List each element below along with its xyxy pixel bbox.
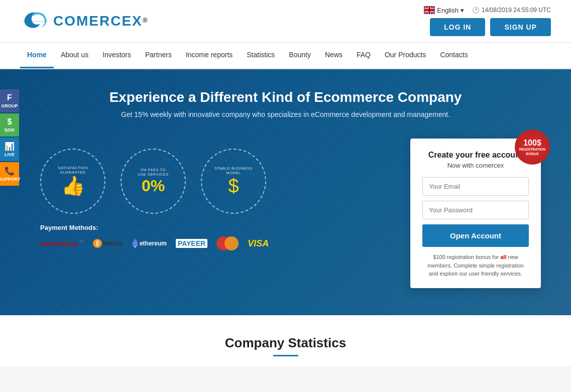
datetime-text: 14/08/2019 24:55:09 UTC (482, 7, 551, 14)
language-label: English (437, 7, 459, 14)
ethereum-icon (132, 238, 138, 248)
facebook-label: GROUP (2, 103, 18, 108)
reg-form-subtitle: Now with comercex (422, 162, 529, 169)
hero-left-content: SATISFACTIONGUARANTEE 👍 0% FEES TOUSE SE… (40, 139, 410, 250)
bonus-sublabel: BONUS (526, 152, 538, 156)
stats-underline (273, 355, 298, 356)
registration-note: $100 registration bonus for all new memb… (422, 253, 529, 278)
dollar-button[interactable]: $ $200 (0, 113, 19, 137)
hero-content: Experience a Different Kind of Ecommerce… (109, 69, 462, 128)
perfectmoney-logo: Perfect Money ™ (40, 240, 84, 247)
nav-item-contacts[interactable]: Contacts (433, 43, 475, 68)
nav-item-home[interactable]: Home (20, 43, 54, 68)
email-input[interactable] (422, 177, 529, 196)
header-right: English ▾ 🕐 14/08/2019 24:55:09 UTC LOG … (424, 6, 551, 36)
payment-area: Payment Methods: Perfect Money ™ ₿ bitco… (40, 214, 410, 250)
visa-logo: VISA (248, 238, 269, 249)
logo-text: COMERCEX (53, 13, 143, 29)
datetime: 🕐 14/08/2019 24:55:09 UTC (472, 7, 551, 14)
zero-percent-icon: 0% (142, 177, 165, 195)
company-stats-section: Company Statistics (0, 315, 571, 366)
header: COMERCEX® English ▾ 🕐 (0, 0, 571, 43)
header-buttons: LOG IN SIGN UP (430, 18, 551, 36)
circles-area: SATISFACTIONGUARANTEE 👍 0% FEES TOUSE SE… (40, 139, 410, 214)
logo-area: COMERCEX® (20, 9, 148, 34)
nav-item-bounty[interactable]: Bounty (282, 43, 318, 68)
bonus-label: REGISTRATION (519, 148, 545, 152)
mastercard-orange-circle (224, 236, 239, 250)
registration-form-wrapper: 100$ REGISTRATION BONUS Create your free… (410, 139, 541, 288)
svg-rect-9 (424, 9, 435, 11)
facebook-icon: f (7, 93, 12, 102)
open-account-button[interactable]: Open Account (422, 224, 529, 247)
circle-satisfaction: SATISFACTIONGUARANTEE 👍 (40, 149, 105, 214)
payeer-logo: PAYEER (176, 239, 207, 247)
hero-section: f GROUP $ $200 📊 LIVE 📞 SUPPORT Experien… (0, 69, 571, 315)
facebook-button[interactable]: f GROUP (0, 89, 19, 112)
nav-item-investors[interactable]: Investors (95, 43, 138, 68)
svg-marker-10 (132, 238, 138, 245)
dollar-icon: $ (8, 117, 12, 126)
support-label: SUPPORT (0, 177, 21, 182)
nav-item-faq[interactable]: FAQ (350, 43, 378, 68)
hero-subtitle: Get 15% weekly with innovative company w… (109, 110, 462, 118)
reg-form-title: Create your free account (422, 151, 529, 160)
payment-logos: Perfect Money ™ ₿ bitcoin ethereum (40, 236, 410, 250)
header-top-row: English ▾ 🕐 14/08/2019 24:55:09 UTC (424, 6, 551, 14)
password-input[interactable] (422, 201, 529, 219)
circle-fees: 0% FEES TOUSE SERVICES 0% (121, 149, 186, 214)
nav-item-about[interactable]: About us (54, 43, 95, 68)
logo-trademark: ® (143, 17, 148, 24)
mastercard-logo (216, 236, 239, 250)
bitcoin-logo: ₿ bitcoin (93, 239, 123, 248)
clock-icon: 🕐 (472, 7, 480, 14)
live-label: LIVE (5, 152, 15, 157)
live-button[interactable]: 📊 LIVE (0, 138, 19, 161)
nav-item-statistics[interactable]: Statistics (240, 43, 282, 68)
phone-icon: 📞 (5, 166, 15, 176)
support-button[interactable]: 📞 SUPPORT (0, 162, 19, 186)
nav-item-income[interactable]: Income reports (179, 43, 240, 68)
nav-item-partners[interactable]: Partners (138, 43, 179, 68)
navbar: Home About us Investors Partners Income … (0, 43, 571, 69)
company-stats-title: Company Statistics (20, 335, 551, 351)
chevron-down-icon: ▾ (461, 7, 464, 14)
nav-item-news[interactable]: News (318, 43, 350, 68)
flag-icon (424, 6, 435, 14)
reg-note-highlight: all (500, 254, 506, 260)
circle-fees-label: 0% FEES TOUSE SERVICES (138, 168, 168, 177)
chart-icon: 📊 (5, 142, 15, 151)
logo-icon (20, 9, 50, 34)
login-button[interactable]: LOG IN (430, 18, 485, 36)
bitcoin-circle-icon: ₿ (93, 239, 102, 248)
ethereum-logo: ethereum (132, 238, 167, 248)
bonus-amount: 100$ (523, 138, 541, 148)
nav-item-products[interactable]: Our Products (378, 43, 433, 68)
circle-stable: STABLE BUSINESSMODEL $ (201, 149, 266, 214)
hero-main-row: SATISFACTIONGUARANTEE 👍 0% FEES TOUSE SE… (0, 128, 571, 303)
dollar-label: $200 (5, 127, 15, 133)
circle-stable-label: STABLE BUSINESSMODEL (214, 166, 253, 175)
language-selector[interactable]: English ▾ (424, 6, 464, 14)
signup-button[interactable]: SIGN UP (490, 18, 551, 36)
side-buttons: f GROUP $ $200 📊 LIVE 📞 SUPPORT (0, 89, 19, 186)
thumbsup-icon: 👍 (61, 175, 85, 197)
payment-label: Payment Methods: (40, 224, 410, 231)
circle-satisfaction-label: SATISFACTIONGUARANTEE (58, 166, 88, 175)
dollar-sign-icon: $ (228, 175, 239, 197)
hero-title: Experience a Different Kind of Ecommerce… (109, 89, 462, 105)
bonus-badge: 100$ REGISTRATION BONUS (515, 129, 550, 165)
